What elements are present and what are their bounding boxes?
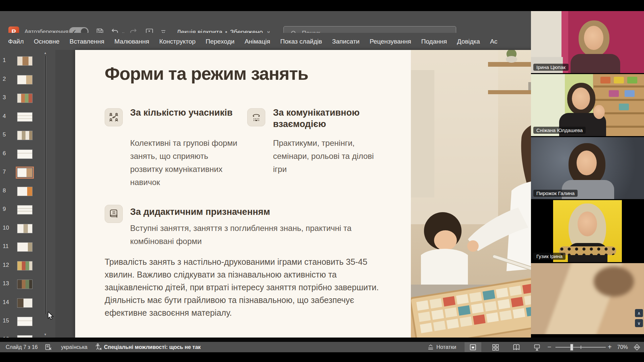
participants-group-icon[interactable]	[105, 108, 123, 126]
thumb-image	[17, 280, 33, 289]
participants-scroll-up-button[interactable]: ∧	[635, 309, 643, 317]
menu-draw[interactable]: Малювання	[109, 33, 154, 50]
thumb-image	[17, 187, 33, 196]
zoom-out-button[interactable]: −	[547, 342, 551, 352]
slideshow-view-button[interactable]	[529, 342, 545, 352]
menu-home[interactable]: Основне	[29, 33, 65, 50]
language-button[interactable]: українська	[61, 342, 88, 352]
zoom-in-button[interactable]: +	[608, 342, 612, 352]
participant-name: Гузик Ірина	[533, 253, 566, 260]
thumb-number: 4	[3, 113, 12, 120]
thumb-image	[17, 261, 33, 270]
menu-assistant-partial[interactable]: Ас	[485, 33, 502, 50]
hand-shape	[593, 105, 605, 119]
thumb-number: 8	[3, 187, 12, 194]
blurred-figure	[594, 266, 634, 297]
thumb-number: 6	[3, 150, 12, 157]
menu-design[interactable]: Конструктор	[154, 33, 201, 50]
book-icon[interactable]	[105, 205, 123, 223]
thumb-number: 9	[3, 206, 12, 213]
slide-title[interactable]: Форми та режим занять	[105, 63, 308, 84]
menu-view[interactable]: Подання	[416, 33, 452, 50]
participant-name: Пирожок Галина	[533, 190, 578, 197]
thumb-number: 2	[3, 76, 12, 82]
thumbnail-scrollbar[interactable]: ▲ ▼	[43, 50, 47, 338]
section-1-heading[interactable]: За кількістю учасників	[130, 107, 244, 118]
thumb-number: 3	[3, 94, 12, 101]
thumb-image	[17, 242, 33, 252]
slideshow-icon	[533, 344, 541, 351]
accessibility-button[interactable]	[95, 342, 102, 352]
bottom-black-strip	[0, 352, 644, 362]
notes-icon	[427, 344, 434, 351]
thumb-image	[17, 149, 33, 159]
menu-animations[interactable]: Анімація	[239, 33, 275, 50]
thumb-image	[17, 94, 33, 103]
participant-name: Сніжана Юлдашева	[533, 127, 586, 134]
toy-bin	[609, 90, 619, 97]
toy-bin	[625, 90, 635, 97]
proofing-status-button[interactable]	[45, 342, 52, 352]
section-2-body[interactable]: Практикуми, тренінги, семінари, рольові …	[273, 136, 382, 176]
thumb-image	[17, 112, 33, 122]
slide-paragraph[interactable]: Тривалість занять з настільно-друкованим…	[105, 255, 379, 319]
thumb-number: 15	[3, 317, 12, 324]
menu-record[interactable]: Записати	[327, 33, 365, 50]
accessibility-status[interactable]: Спеціальні можливості: щось не так	[104, 342, 201, 352]
thumb-number: 10	[3, 225, 12, 231]
zoom-slider-midtick	[581, 346, 581, 349]
normal-view-icon	[469, 344, 477, 351]
thumb-number: 14	[3, 299, 12, 306]
toy-bin	[614, 77, 624, 83]
scroll-up-arrow-icon[interactable]: ▲	[43, 51, 47, 55]
thumb-number: 7	[3, 169, 12, 175]
section-2-heading[interactable]: За комунікативною взаємодією	[273, 107, 360, 130]
slide-sorter-button[interactable]	[487, 342, 504, 352]
thumb-image	[17, 298, 33, 308]
menu-transitions[interactable]: Переходи	[201, 33, 239, 50]
fit-to-window-button[interactable]	[631, 342, 643, 352]
participant-video-tile[interactable]: Гузик Ірина	[531, 200, 644, 262]
thumb-number: 12	[3, 262, 12, 268]
menu-file[interactable]: Файл	[3, 33, 29, 50]
scroll-down-arrow-icon[interactable]: ▼	[43, 332, 47, 337]
thumb-number: 11	[3, 243, 12, 250]
notes-button[interactable]: Нотатки	[427, 342, 456, 352]
participant-video-tile[interactable]: Сніжана Юлдашева	[531, 74, 644, 136]
mouse-cursor	[47, 312, 55, 320]
reading-view-button[interactable]	[508, 342, 525, 352]
scrollbar-thumb[interactable]	[44, 56, 46, 314]
statusbar: Слайд 7 з 16 українська Спеціальні можли…	[0, 342, 644, 352]
toy-bin	[600, 77, 610, 83]
fit-to-window-icon	[633, 344, 641, 351]
section-1-body[interactable]: Колективні та групові форми занять, що с…	[130, 136, 243, 189]
participants-scroll-down-button[interactable]: ∨	[635, 319, 643, 327]
participant-video-tile-partial[interactable]	[531, 263, 644, 334]
chevron-down-icon: ∨	[637, 321, 641, 326]
participant-video-tile[interactable]: Ірина Цюпак	[531, 11, 644, 73]
toy-bin	[619, 104, 629, 110]
section-3-body[interactable]: Вступні заняття, заняття з поглиблення з…	[130, 222, 375, 248]
zoom-slider-handle[interactable]	[570, 344, 573, 351]
video-call-panel: Ірина Цюпак Сніжана Юлдашева	[531, 0, 644, 338]
bottom-band	[0, 338, 644, 342]
leopard-scarf-shape	[559, 246, 616, 255]
app-screen: P Автозбереження ✓ ⌄	[0, 0, 644, 362]
menu-help[interactable]: Довідка	[452, 33, 485, 50]
thumb-image	[17, 168, 33, 177]
normal-view-button[interactable]	[465, 342, 481, 352]
reading-view-icon	[513, 343, 520, 351]
slide-canvas[interactable]: Форми та режим занять За кількістю учасн…	[75, 50, 587, 338]
notes-label: Нотатки	[436, 344, 456, 350]
section-3-heading[interactable]: За дидактичним призначенням	[130, 206, 331, 218]
telephone-icon[interactable]	[247, 108, 265, 126]
thumb-image	[17, 56, 33, 66]
menu-slideshow[interactable]: Показ слайдів	[275, 33, 327, 50]
menu-review[interactable]: Рецензування	[365, 33, 416, 50]
participant-video-tile[interactable]: Пирожок Галина	[531, 137, 644, 199]
thumb-image	[17, 131, 33, 140]
zoom-level[interactable]: 70%	[617, 342, 628, 352]
slide-sorter-icon	[492, 344, 499, 351]
slide-indicator[interactable]: Слайд 7 з 16	[6, 342, 38, 352]
menu-insert[interactable]: Вставлення	[64, 33, 109, 50]
